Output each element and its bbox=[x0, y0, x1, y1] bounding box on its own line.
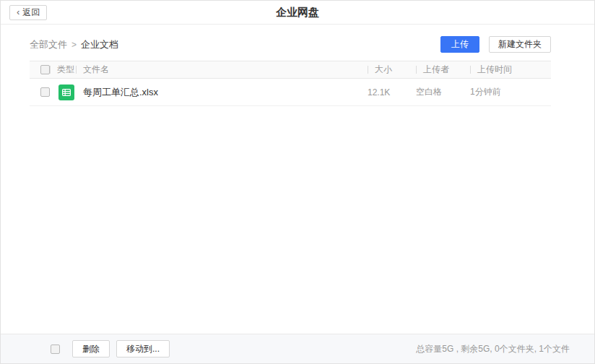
column-header-uploader: 上传者 bbox=[423, 64, 449, 76]
enterprise-drive-window: ‹ 返回 企业网盘 全部文件 > 企业文档 上传 新建文件夹 类型 bbox=[0, 0, 595, 364]
main-content: 全部文件 > 企业文档 上传 新建文件夹 类型 文件名 大小 bbox=[1, 36, 594, 106]
breadcrumb-current: 企业文档 bbox=[81, 38, 118, 51]
file-name-link[interactable]: 每周工单汇总.xlsx bbox=[76, 86, 158, 99]
column-header-size: 大小 bbox=[375, 64, 392, 76]
column-divider bbox=[368, 66, 368, 74]
column-header-time: 上传时间 bbox=[477, 64, 512, 76]
breadcrumb: 全部文件 > 企业文档 bbox=[30, 38, 118, 51]
file-size: 12.1K bbox=[368, 87, 390, 98]
header-uploader-cell: 上传者 bbox=[416, 64, 470, 76]
column-divider bbox=[50, 66, 51, 74]
back-button-label: 返回 bbox=[22, 6, 40, 19]
row-name-cell: 每周工单汇总.xlsx bbox=[76, 86, 368, 99]
chevron-left-icon: ‹ bbox=[17, 7, 19, 17]
column-divider bbox=[76, 66, 77, 74]
top-bar: ‹ 返回 企业网盘 bbox=[1, 1, 594, 25]
select-all-checkbox[interactable] bbox=[40, 65, 50, 74]
row-time-cell: 1分钟前 bbox=[470, 86, 551, 98]
row-uploader-cell: 空白格 bbox=[416, 86, 470, 98]
toolbar-row: 全部文件 > 企业文档 上传 新建文件夹 bbox=[30, 36, 551, 53]
storage-summary: 总容量5G , 剩余5G, 0个文件夹, 1个文件 bbox=[416, 343, 570, 355]
column-header-type: 类型 bbox=[57, 64, 74, 76]
spreadsheet-file-icon bbox=[58, 84, 74, 100]
header-size-cell: 大小 bbox=[368, 64, 416, 76]
delete-button[interactable]: 删除 bbox=[72, 340, 110, 358]
column-header-name: 文件名 bbox=[83, 64, 109, 76]
header-checkbox-cell bbox=[30, 65, 50, 74]
page-title: 企业网盘 bbox=[1, 1, 594, 24]
breadcrumb-separator: > bbox=[71, 40, 77, 50]
row-checkbox[interactable] bbox=[40, 87, 50, 97]
move-to-button[interactable]: 移动到... bbox=[116, 340, 170, 358]
footer-action-bar: 删除 移动到... 总容量5G , 剩余5G, 0个文件夹, 1个文件 bbox=[1, 334, 594, 363]
file-row[interactable]: 每周工单汇总.xlsx 12.1K 空白格 1分钟前 bbox=[30, 79, 551, 106]
file-table-header: 类型 文件名 大小 上传者 上传时间 bbox=[30, 61, 551, 79]
file-upload-time: 1分钟前 bbox=[470, 86, 501, 98]
back-button[interactable]: ‹ 返回 bbox=[9, 5, 47, 20]
column-divider bbox=[470, 66, 471, 74]
breadcrumb-root[interactable]: 全部文件 bbox=[30, 38, 67, 51]
row-checkbox-cell bbox=[30, 87, 50, 97]
column-divider bbox=[416, 66, 417, 74]
header-name-cell: 文件名 bbox=[76, 64, 368, 76]
row-type-cell bbox=[50, 84, 76, 100]
header-time-cell: 上传时间 bbox=[470, 64, 551, 76]
header-type-cell: 类型 bbox=[50, 64, 76, 76]
upload-button[interactable]: 上传 bbox=[440, 36, 479, 53]
row-size-cell: 12.1K bbox=[368, 87, 416, 98]
file-uploader: 空白格 bbox=[416, 86, 442, 98]
new-folder-button[interactable]: 新建文件夹 bbox=[489, 36, 551, 53]
footer-select-all-checkbox[interactable] bbox=[51, 344, 60, 354]
